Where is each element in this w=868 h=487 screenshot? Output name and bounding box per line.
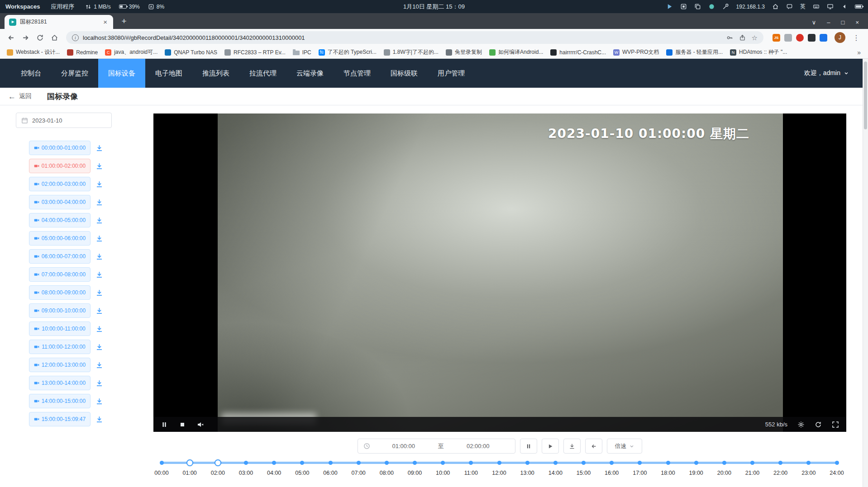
reload-icon[interactable] [33, 31, 46, 44]
recording-item[interactable]: 06:00:00-07:00:00 [29, 249, 91, 264]
download-icon[interactable] [95, 379, 103, 387]
timeline-tick[interactable] [272, 461, 276, 465]
timeline-tick[interactable] [497, 461, 501, 465]
copy-icon[interactable] [694, 3, 701, 10]
download-icon[interactable] [95, 271, 103, 279]
timeline-slider[interactable]: 00:0001:0002:0003:0004:0005:0006:0007:00… [162, 456, 837, 483]
extension-icon[interactable] [820, 34, 827, 42]
bookmark-item[interactable]: 免登录复制 [443, 47, 485, 57]
nav-item-3[interactable]: 电子地图 [145, 59, 192, 88]
timeline-tick[interactable] [582, 461, 586, 465]
ip-address[interactable]: 192.168.1.3 [736, 4, 765, 10]
pause-overlay-button[interactable] [161, 421, 168, 428]
recording-item[interactable]: 14:00:00-15:00:00 [29, 394, 91, 408]
range-end-time[interactable]: 02:00:00 [447, 443, 510, 449]
nav-item-5[interactable]: 拉流代理 [239, 59, 286, 88]
recording-item[interactable]: 07:00:00-08:00:00 [29, 267, 91, 282]
nav-item-1[interactable]: 分屏监控 [51, 59, 98, 88]
nav-item-8[interactable]: 国标级联 [381, 59, 428, 88]
timeline-tick[interactable] [806, 461, 811, 465]
timeline-tick[interactable] [638, 461, 642, 465]
site-info-icon[interactable]: i [72, 34, 79, 41]
nav-item-2[interactable]: 国标设备 [98, 59, 145, 88]
recording-item[interactable]: 05:00:00-06:00:00 [29, 231, 91, 246]
nav-item-4[interactable]: 推流列表 [192, 59, 239, 88]
nav-item-0[interactable]: 控制台 [11, 59, 51, 88]
timeline-tick[interactable] [160, 461, 164, 465]
mute-button[interactable] [197, 421, 204, 428]
media-play-icon[interactable] [666, 3, 673, 10]
timeline-tick[interactable] [778, 461, 782, 465]
new-tab-button[interactable]: + [119, 16, 129, 27]
forward-nav-icon[interactable] [19, 31, 32, 44]
fullscreen-icon[interactable] [832, 421, 839, 428]
download-icon[interactable] [95, 416, 103, 423]
recording-item[interactable]: 01:00:00-02:00:00 [29, 159, 91, 173]
download-icon[interactable] [95, 162, 103, 170]
display-icon[interactable] [827, 3, 834, 10]
bookmark-item[interactable]: NHDAtmos :: 种子 "... [727, 47, 790, 57]
nav-item-7[interactable]: 节点管理 [334, 59, 381, 88]
bookmark-item[interactable]: Webstack - 设计... [4, 47, 63, 57]
timeline-tick[interactable] [694, 461, 698, 465]
bookmark-item[interactable]: 1.8W字|了不起的... [381, 47, 442, 57]
recording-item[interactable]: 03:00:00-04:00:00 [29, 195, 91, 209]
bookmark-item[interactable]: 服务器 - 轻量应用... [663, 47, 726, 57]
home-icon[interactable] [772, 3, 779, 10]
password-key-icon[interactable] [726, 34, 733, 41]
chat-icon[interactable] [786, 3, 793, 10]
profile-avatar[interactable]: J [835, 32, 845, 43]
nav-item-6[interactable]: 云端录像 [286, 59, 334, 88]
bookmark-item[interactable]: hairrrrr/C-CrashC... [547, 48, 609, 57]
timeline-tick[interactable] [441, 461, 445, 465]
timeline-tick[interactable] [357, 461, 361, 465]
download-icon[interactable] [95, 325, 103, 333]
timeline-tick[interactable] [722, 461, 726, 465]
bookmark-star-icon[interactable]: ☆ [752, 34, 758, 41]
page-scrollbar[interactable] [863, 59, 868, 487]
bookmark-item[interactable]: WWVP-PRO文档 [610, 47, 662, 57]
extension-icon[interactable] [784, 34, 792, 42]
play-button[interactable] [542, 439, 559, 454]
recording-item[interactable]: 12:00:00-13:00:00 [29, 358, 91, 372]
url-text[interactable]: localhost:38080/#/gbRecordDetail/3402000… [83, 34, 722, 41]
recording-item[interactable]: 02:00:00-03:00:00 [29, 177, 91, 191]
skip-back-button[interactable] [585, 439, 602, 454]
nav-item-9[interactable]: 用户管理 [428, 59, 475, 88]
applications-button[interactable]: 应用程序 [51, 3, 74, 11]
extension-icon[interactable] [796, 34, 804, 42]
video-player[interactable]: 2023-01-10 01:00:00 星期二 552 kb/s [153, 113, 846, 432]
download-icon[interactable] [95, 361, 103, 369]
recording-item[interactable]: 10:00:00-11:00:00 [29, 322, 91, 336]
tools-icon[interactable] [722, 3, 729, 10]
bookmark-item[interactable]: Redmine [64, 48, 101, 57]
download-icon[interactable] [95, 235, 103, 242]
timeline-tick[interactable] [666, 461, 670, 465]
bookmark-item[interactable]: Cjava、android可... [102, 47, 161, 57]
recording-item[interactable]: 11:00:00-12:00:00 [29, 340, 91, 354]
tab-search-icon[interactable]: ∨ [812, 19, 816, 25]
timeline-tick[interactable] [469, 461, 473, 465]
bookmark-item[interactable]: QNAP Turbo NAS [162, 48, 220, 57]
bookmark-item[interactable]: 如何编译Android... [486, 47, 546, 57]
timeline-tick[interactable] [244, 461, 248, 465]
recording-item[interactable]: 00:00:00-01:00:00 [29, 141, 91, 155]
refresh-icon[interactable] [815, 421, 822, 428]
window-close-button[interactable]: × [855, 19, 859, 25]
workspaces-button[interactable]: Workspaces [5, 3, 40, 10]
address-bar[interactable]: i localhost:38080/#/gbRecordDetail/34020… [66, 31, 763, 44]
timeline-tick[interactable] [553, 461, 558, 465]
timeline-handle[interactable] [215, 459, 221, 466]
stop-button[interactable] [179, 421, 186, 428]
download-button[interactable] [563, 439, 581, 454]
user-menu[interactable]: 欢迎，admin [804, 59, 863, 88]
extension-icon[interactable] [808, 34, 816, 42]
taskbar-clock[interactable]: 1月10日 星期二 15：09 [403, 3, 465, 11]
tab-close-icon[interactable]: × [102, 18, 109, 26]
window-minimize-button[interactable]: – [827, 19, 830, 25]
scrollbar-thumb[interactable] [864, 61, 867, 129]
download-icon[interactable] [95, 144, 103, 152]
timeline-tick[interactable] [525, 461, 529, 465]
browser-home-icon[interactable] [48, 31, 61, 44]
recording-item[interactable]: 08:00:00-09:00:00 [29, 285, 91, 300]
